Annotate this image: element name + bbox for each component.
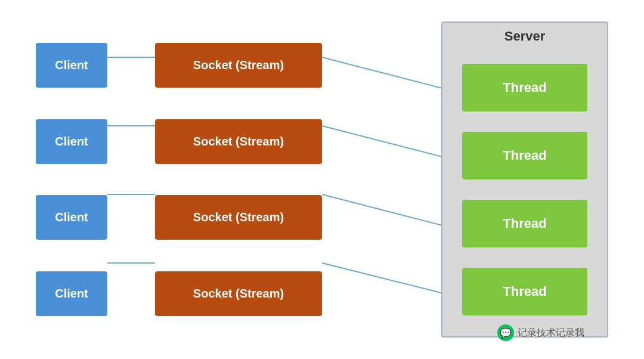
watermark: 💬 记录技术记录我 bbox=[497, 324, 584, 341]
wechat-icon: 💬 bbox=[497, 324, 514, 341]
server-panel: Server Thread Thread Thread Thread bbox=[441, 21, 608, 338]
thread-box-1: Thread bbox=[462, 64, 587, 112]
thread-box-4: Thread bbox=[462, 268, 587, 315]
socket-box-4: Socket (Stream) bbox=[155, 271, 322, 316]
client-box-2: Client bbox=[36, 119, 107, 164]
client-box-3: Client bbox=[36, 195, 107, 240]
thread-box-3: Thread bbox=[462, 200, 587, 247]
server-threads: Thread Thread Thread Thread bbox=[442, 48, 607, 332]
clients-section: Client Client Client Client bbox=[36, 10, 107, 349]
server-label: Server bbox=[442, 23, 607, 48]
socket-box-2: Socket (Stream) bbox=[155, 119, 322, 164]
socket-box-1: Socket (Stream) bbox=[155, 43, 322, 88]
diagram: Server Thread Thread Thread Thread Clien… bbox=[24, 10, 620, 349]
client-box-1: Client bbox=[36, 43, 107, 88]
client-box-4: Client bbox=[36, 271, 107, 316]
thread-box-2: Thread bbox=[462, 132, 587, 180]
sockets-section: Socket (Stream) Socket (Stream) Socket (… bbox=[155, 10, 322, 349]
socket-box-3: Socket (Stream) bbox=[155, 195, 322, 240]
watermark-text: 记录技术记录我 bbox=[518, 327, 584, 339]
